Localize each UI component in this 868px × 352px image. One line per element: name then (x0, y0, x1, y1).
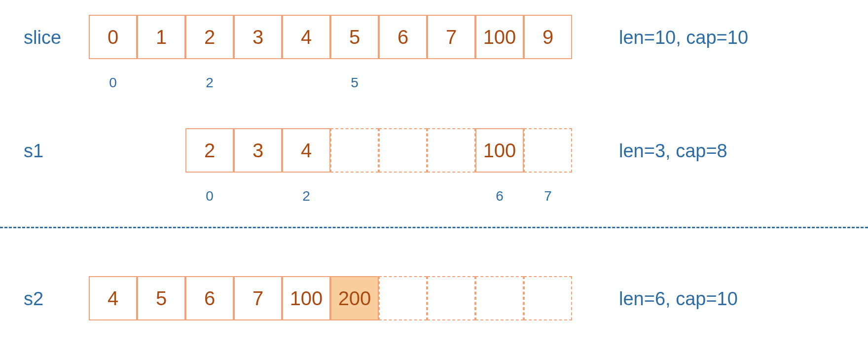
cell-slice-2: 2 (185, 15, 234, 59)
idx-s1-0: 0 (185, 188, 234, 204)
cell-s1-4 (379, 128, 427, 173)
row-s2-label: s2 (24, 288, 43, 310)
cell-s2-7 (427, 276, 475, 320)
cell-s2-9 (524, 276, 572, 320)
cell-slice-9: 9 (524, 15, 572, 59)
cell-slice-1: 1 (137, 15, 185, 59)
row-s1-label: s1 (24, 141, 43, 162)
cell-s2-1: 5 (137, 276, 185, 320)
idx-slice-2: 2 (185, 75, 234, 91)
section-divider (0, 227, 868, 228)
cell-slice-8: 100 (475, 15, 524, 59)
cell-slice-7: 7 (427, 15, 475, 59)
idx-slice-5: 5 (330, 75, 379, 91)
cell-s2-8 (475, 276, 524, 320)
cell-slice-6: 6 (379, 15, 427, 59)
cell-s2-3: 7 (234, 276, 282, 320)
idx-s1-2: 2 (282, 188, 330, 204)
cell-s1-6: 100 (475, 128, 524, 173)
cell-s2-4: 100 (282, 276, 330, 320)
cell-slice-3: 3 (234, 15, 282, 59)
cell-s1-2: 4 (282, 128, 330, 173)
row-slice-label: slice (24, 27, 61, 48)
cell-s1-0: 2 (185, 128, 234, 173)
idx-s1-7: 7 (524, 188, 572, 204)
cell-slice-5: 5 (330, 15, 379, 59)
row-s2-meta: len=6, cap=10 (619, 288, 738, 310)
cell-s2-0: 4 (89, 276, 137, 320)
cell-slice-4: 4 (282, 15, 330, 59)
row-slice-meta: len=10, cap=10 (619, 27, 748, 48)
cell-s1-1: 3 (234, 128, 282, 173)
idx-slice-0: 0 (89, 75, 137, 91)
row-s1-meta: len=3, cap=8 (619, 141, 727, 162)
diagram-canvas: slice 0 1 2 3 4 5 6 7 100 9 len=10, cap=… (0, 0, 868, 352)
cell-s2-5-highlight: 200 (330, 276, 379, 320)
cell-s1-3 (330, 128, 379, 173)
idx-s1-6: 6 (475, 188, 524, 204)
cell-slice-0: 0 (89, 15, 137, 59)
cell-s2-2: 6 (185, 276, 234, 320)
cell-s1-7 (524, 128, 572, 173)
cell-s2-6 (379, 276, 427, 320)
cell-s1-5 (427, 128, 475, 173)
